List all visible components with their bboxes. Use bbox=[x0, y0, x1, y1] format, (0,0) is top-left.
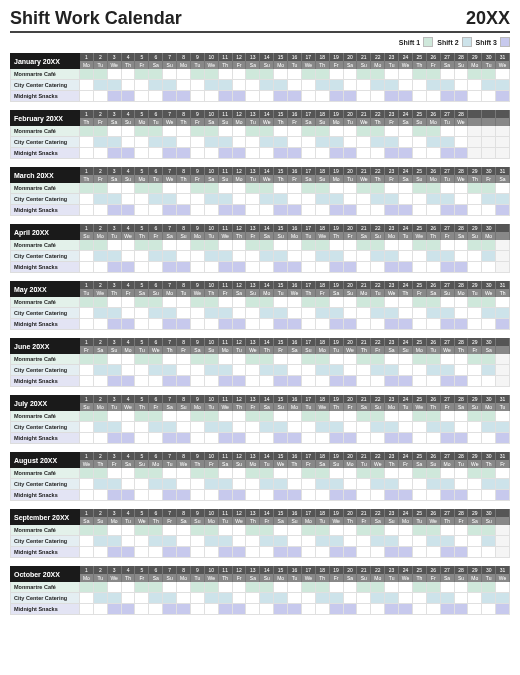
shift-cell bbox=[191, 468, 205, 479]
day-number-header: 14 bbox=[260, 566, 274, 574]
day-of-week-header: Th bbox=[233, 232, 247, 240]
shift-cell bbox=[233, 433, 247, 444]
day-of-week-header: We bbox=[455, 175, 469, 183]
shift-cell bbox=[149, 593, 163, 604]
shift-cell bbox=[191, 604, 205, 615]
day-number-header: 18 bbox=[316, 224, 330, 232]
day-of-week-header: Mo bbox=[371, 574, 385, 582]
day-number-header: 4 bbox=[122, 509, 136, 517]
shift-cell bbox=[135, 297, 149, 308]
shift-cell bbox=[371, 183, 385, 194]
shift-cell bbox=[233, 319, 247, 330]
shift-cell bbox=[219, 148, 233, 159]
shift-cell bbox=[149, 126, 163, 137]
shift-cell bbox=[385, 547, 399, 558]
shift-cell bbox=[219, 468, 233, 479]
day-number-header: 16 bbox=[288, 509, 302, 517]
day-of-week-header: Tu bbox=[94, 574, 108, 582]
shift-cell bbox=[191, 262, 205, 273]
day-of-week-header: Sa bbox=[135, 289, 149, 297]
shift-cell bbox=[330, 194, 344, 205]
day-of-week-header: Tu bbox=[288, 574, 302, 582]
day-number-header: 20 bbox=[344, 452, 358, 460]
day-number-header: 29 bbox=[468, 338, 482, 346]
day-of-week-header: We bbox=[468, 460, 482, 468]
day-number-header: 9 bbox=[191, 395, 205, 403]
shift-cell bbox=[135, 468, 149, 479]
shift-cell bbox=[177, 547, 191, 558]
shift-cell bbox=[288, 80, 302, 91]
shift-cell bbox=[427, 308, 441, 319]
shift-cell bbox=[427, 262, 441, 273]
day-number-header: 7 bbox=[163, 338, 177, 346]
day-of-week-header: Mo bbox=[427, 175, 441, 183]
day-number-header: 23 bbox=[385, 167, 399, 175]
shift-cell bbox=[468, 479, 482, 490]
shift-cell bbox=[80, 308, 94, 319]
shift-cell bbox=[122, 422, 136, 433]
day-of-week-header: We bbox=[330, 517, 344, 525]
shift-cell bbox=[482, 604, 496, 615]
shift-cell bbox=[496, 604, 510, 615]
day-of-week-header: Th bbox=[80, 175, 94, 183]
shift-cell bbox=[455, 422, 469, 433]
shift-cell bbox=[149, 80, 163, 91]
shift-cell bbox=[468, 422, 482, 433]
shift-cell bbox=[441, 547, 455, 558]
day-number-header: 22 bbox=[371, 395, 385, 403]
day-number-header: 28 bbox=[455, 395, 469, 403]
shift-cell bbox=[177, 354, 191, 365]
shift-cell bbox=[468, 69, 482, 80]
day-number-header: 19 bbox=[330, 53, 344, 61]
shift-cell bbox=[482, 354, 496, 365]
day-of-week-header: Su bbox=[80, 232, 94, 240]
day-number-header: 12 bbox=[233, 509, 247, 517]
shift-cell bbox=[135, 308, 149, 319]
day-number-header: 14 bbox=[260, 395, 274, 403]
shift-row-label: Monmartre Café bbox=[10, 240, 80, 251]
day-number-header: 8 bbox=[177, 452, 191, 460]
shift-cell bbox=[357, 422, 371, 433]
shift-cell bbox=[302, 479, 316, 490]
day-number-header: 1 bbox=[80, 281, 94, 289]
shift-cell bbox=[385, 479, 399, 490]
day-of-week-header: Su bbox=[274, 232, 288, 240]
shift-cell bbox=[163, 479, 177, 490]
day-of-week-header: Mo bbox=[135, 175, 149, 183]
shift-cell bbox=[316, 251, 330, 262]
shift-cell bbox=[385, 308, 399, 319]
day-number-header: 24 bbox=[399, 452, 413, 460]
shift-cell bbox=[468, 183, 482, 194]
shift-cell bbox=[455, 411, 469, 422]
month-grid: March 20XX123456789101112131415161718192… bbox=[10, 167, 510, 216]
shift-cell bbox=[246, 194, 260, 205]
day-number-header: 19 bbox=[330, 167, 344, 175]
day-number-header: 19 bbox=[330, 281, 344, 289]
day-of-week-header: We bbox=[371, 460, 385, 468]
day-number-header: 9 bbox=[191, 338, 205, 346]
shift-cell bbox=[344, 183, 358, 194]
shift-cell bbox=[219, 582, 233, 593]
shift-cell bbox=[427, 354, 441, 365]
shift-cell bbox=[233, 547, 247, 558]
shift-row-label: Midnight Snacks bbox=[10, 262, 80, 273]
shift-cell bbox=[330, 205, 344, 216]
day-of-week-header: Su bbox=[316, 118, 330, 126]
day-number-header: 5 bbox=[135, 167, 149, 175]
day-number-header: 4 bbox=[122, 281, 136, 289]
shift-row-label: Midnight Snacks bbox=[10, 319, 80, 330]
shift-cell bbox=[94, 240, 108, 251]
day-of-week-header: Mo bbox=[441, 460, 455, 468]
day-of-week-header: Tu bbox=[482, 574, 496, 582]
shift-cell bbox=[482, 376, 496, 387]
day-of-week-header: Fr bbox=[427, 574, 441, 582]
shift-cell bbox=[455, 536, 469, 547]
shift-cell bbox=[357, 468, 371, 479]
month-grid: October 20XX1234567891011121314151617181… bbox=[10, 566, 510, 615]
shift-cell bbox=[316, 354, 330, 365]
shift-cell bbox=[108, 194, 122, 205]
day-of-week-header: Mo bbox=[482, 232, 496, 240]
day-of-week-header: Su bbox=[260, 574, 274, 582]
day-of-week-header: Sa bbox=[455, 232, 469, 240]
day-number-header: 26 bbox=[427, 452, 441, 460]
